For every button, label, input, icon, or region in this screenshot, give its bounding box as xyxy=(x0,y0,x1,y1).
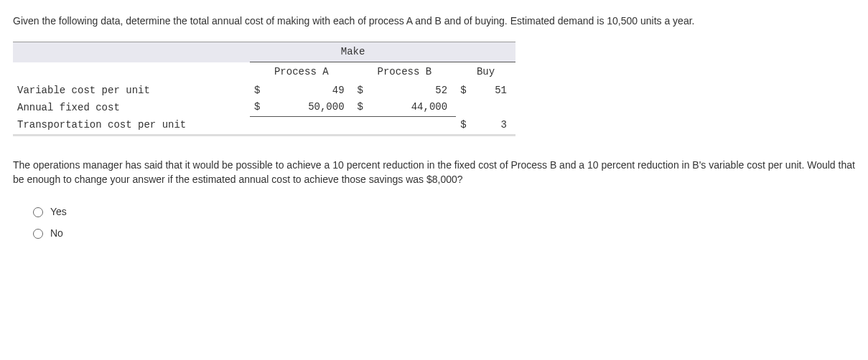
table-bottom-bar xyxy=(13,135,515,137)
option-yes-label: Yes xyxy=(50,205,67,219)
option-yes[interactable]: Yes xyxy=(33,205,855,219)
radio-icon xyxy=(33,229,43,239)
label-fixed-cost: Annual fixed cost xyxy=(13,99,250,116)
row-variable-cost: Variable cost per unit $ 49 $ 52 $ 51 xyxy=(13,82,515,100)
make-header: Make xyxy=(250,42,456,62)
col-buy: Buy xyxy=(456,62,515,82)
intro-text: Given the following data, determine the … xyxy=(13,14,855,29)
cost-table: Make Process A Process B Buy Variable co… xyxy=(13,42,855,137)
row-transport-cost: Transportation cost per unit $ 3 xyxy=(13,117,515,135)
label-variable-cost: Variable cost per unit xyxy=(13,82,250,100)
radio-icon xyxy=(33,207,43,217)
column-header-row: Process A Process B Buy xyxy=(13,62,515,82)
col-process-a: Process A xyxy=(250,62,353,82)
make-header-row: Make xyxy=(13,42,515,62)
row-fixed-cost: Annual fixed cost $ 50,000 $ 44,000 xyxy=(13,99,515,116)
answer-options: Yes No xyxy=(13,205,855,240)
option-no-label: No xyxy=(50,227,63,241)
label-transport-cost: Transportation cost per unit xyxy=(13,117,250,135)
option-no[interactable]: No xyxy=(33,227,855,241)
followup-question: The operations manager has said that it … xyxy=(13,158,855,186)
col-process-b: Process B xyxy=(353,62,457,82)
